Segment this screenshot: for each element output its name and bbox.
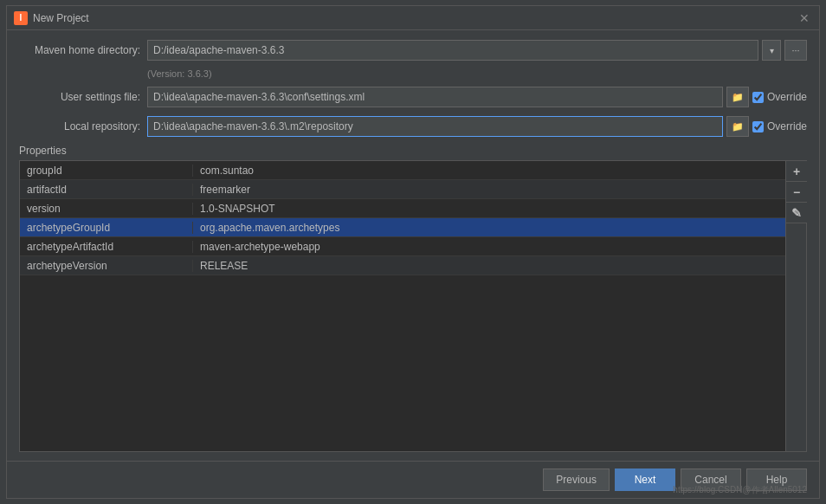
table-row[interactable]: archetypeArtifactId maven-archetype-weba… bbox=[20, 237, 785, 256]
table-row[interactable]: artifactId freemarker bbox=[20, 180, 785, 199]
user-settings-override-label: Override bbox=[752, 91, 807, 103]
prop-key: groupId bbox=[20, 165, 193, 177]
content-area: Maven home directory: ▾ ··· (Version: 3.… bbox=[7, 30, 819, 461]
user-settings-browse-btn[interactable]: 📁 bbox=[726, 87, 749, 107]
maven-home-input[interactable] bbox=[147, 40, 758, 61]
prop-value: org.apache.maven.archetypes bbox=[193, 222, 785, 234]
prop-key: archetypeArtifactId bbox=[20, 241, 193, 253]
user-settings-label: User settings file: bbox=[19, 91, 140, 103]
prop-key: artifactId bbox=[20, 184, 193, 196]
properties-table: groupId com.suntao artifactId freemarker… bbox=[20, 161, 785, 451]
version-text: (Version: 3.6.3) bbox=[19, 68, 807, 79]
maven-home-browse-btn[interactable]: ··· bbox=[784, 40, 807, 61]
local-repo-row: Local repository: 📁 Override bbox=[19, 115, 807, 138]
table-row[interactable]: version 1.0-SNAPSHOT bbox=[20, 199, 785, 218]
prop-key: version bbox=[20, 203, 193, 215]
maven-home-row: Maven home directory: ▾ ··· bbox=[19, 39, 807, 61]
side-buttons: + − ✎ bbox=[785, 161, 806, 451]
table-row[interactable]: archetypeGroupId org.apache.maven.archet… bbox=[20, 218, 785, 237]
maven-home-input-group: ▾ ··· bbox=[147, 40, 807, 61]
new-project-dialog: I New Project ✕ Maven home directory: ▾ … bbox=[6, 5, 820, 499]
user-settings-row: User settings file: 📁 Override bbox=[19, 86, 807, 108]
title-bar-left: I New Project bbox=[14, 11, 89, 25]
local-repo-browse-btn[interactable]: 📁 bbox=[726, 116, 749, 137]
local-repo-input[interactable] bbox=[147, 116, 723, 137]
prop-key: archetypeGroupId bbox=[20, 222, 193, 234]
properties-container: groupId com.suntao artifactId freemarker… bbox=[19, 160, 807, 452]
user-settings-input-group: 📁 Override bbox=[147, 87, 807, 107]
next-button[interactable]: Next bbox=[615, 468, 675, 491]
user-settings-input[interactable] bbox=[147, 87, 723, 107]
watermark-text: https://blog.CSDN@作者Allen5012 bbox=[673, 484, 807, 496]
add-property-btn[interactable]: + bbox=[786, 161, 807, 182]
title-bar: I New Project ✕ bbox=[7, 6, 819, 30]
properties-section: Properties groupId com.suntao artifactId… bbox=[19, 145, 807, 452]
prop-key: archetypeVersion bbox=[20, 260, 193, 272]
footer: Previous Next Cancel Help https://blog.C… bbox=[7, 461, 819, 498]
prop-value: freemarker bbox=[193, 184, 785, 196]
maven-home-label: Maven home directory: bbox=[19, 44, 140, 56]
properties-label: Properties bbox=[19, 145, 807, 157]
table-row[interactable]: archetypeVersion RELEASE bbox=[20, 256, 785, 275]
dialog-title: New Project bbox=[33, 12, 89, 24]
edit-property-btn[interactable]: ✎ bbox=[786, 203, 807, 223]
prop-value: RELEASE bbox=[193, 260, 785, 272]
prop-value: maven-archetype-webapp bbox=[193, 241, 785, 253]
app-icon: I bbox=[14, 11, 28, 25]
maven-home-dropdown-btn[interactable]: ▾ bbox=[762, 40, 781, 61]
local-repo-label: Local repository: bbox=[19, 120, 140, 132]
table-row[interactable]: groupId com.suntao bbox=[20, 161, 785, 180]
previous-button[interactable]: Previous bbox=[543, 468, 610, 491]
user-settings-override-checkbox[interactable] bbox=[752, 92, 764, 103]
prop-value: com.suntao bbox=[193, 165, 785, 177]
prop-value: 1.0-SNAPSHOT bbox=[193, 203, 785, 215]
close-button[interactable]: ✕ bbox=[797, 10, 812, 26]
local-repo-override-label: Override bbox=[752, 120, 807, 132]
local-repo-input-group: 📁 Override bbox=[147, 116, 807, 137]
local-repo-override-checkbox[interactable] bbox=[752, 121, 764, 132]
remove-property-btn[interactable]: − bbox=[786, 182, 807, 203]
